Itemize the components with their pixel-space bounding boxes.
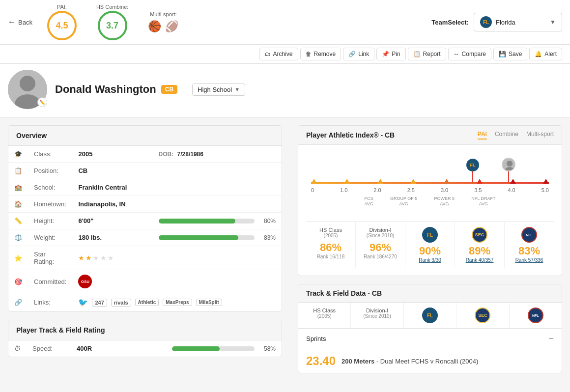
twitter-icon[interactable]: 🐦 bbox=[78, 298, 88, 307]
weight-bar-container: 83% bbox=[159, 234, 276, 241]
school-row: 🏫 School: Franklin Central bbox=[8, 179, 282, 196]
football-icon: 🏈 bbox=[165, 20, 178, 33]
school-level-dropdown[interactable]: High School ▼ bbox=[192, 84, 245, 96]
multisport-block: Multi-sport: 🏀 🏈 bbox=[148, 11, 178, 33]
multisport-label: Multi-sport: bbox=[150, 11, 176, 17]
rank3[interactable]: Rank 3/30 bbox=[419, 257, 441, 263]
alert-button[interactable]: 🔔 Alert bbox=[529, 48, 562, 60]
tf-gator-logo: FL bbox=[422, 308, 438, 323]
team-select-label: TeamSelect: bbox=[431, 19, 469, 26]
speed-pct: 58% bbox=[258, 345, 276, 352]
position-badge: CB bbox=[161, 85, 177, 94]
rank5[interactable]: Rank 57/336 bbox=[515, 257, 543, 263]
sprints-collapse-button[interactable]: − bbox=[548, 334, 554, 344]
speed-value: 400R bbox=[71, 340, 166, 357]
tf-title: Track & Field Data - CB bbox=[306, 289, 382, 297]
avg-labels: FCSAVG GROUP OF 5AVG POWER 5AVG NFL DRAF… bbox=[311, 196, 549, 207]
tf-col-sec: SEC bbox=[456, 303, 509, 328]
height-bar bbox=[159, 219, 235, 224]
class-row: 🎓 Class: 2005 DOB: 7/28/1986 bbox=[8, 146, 282, 163]
speed-bar-wrap bbox=[172, 346, 255, 351]
overview-card: Overview 🎓 Class: 2005 DOB: 7/28/1986 📋 … bbox=[8, 125, 282, 312]
position-row: 📋 Position: CB bbox=[8, 163, 282, 179]
star-1: ★ bbox=[78, 254, 85, 262]
committed-label: Committed: bbox=[28, 270, 72, 293]
pai-label: PAI: bbox=[57, 4, 67, 10]
tab-pai[interactable]: PAI bbox=[478, 131, 487, 140]
svg-point-1 bbox=[20, 76, 35, 91]
links-label: Links: bbox=[28, 293, 72, 312]
archive-icon: 🗂 bbox=[265, 51, 271, 57]
pin-button[interactable]: 📌 Pin bbox=[376, 48, 405, 60]
height-value: 6'00" bbox=[72, 213, 152, 229]
rivals-link[interactable]: rivals bbox=[111, 299, 131, 307]
basketball-icon: 🏀 bbox=[148, 20, 161, 33]
tri-1 bbox=[344, 179, 350, 184]
hometown-label: Hometown: bbox=[28, 196, 72, 213]
team-select-dropdown[interactable]: FL Florida ▼ bbox=[474, 13, 562, 31]
report-button[interactable]: 📋 Report bbox=[408, 48, 446, 60]
link-button[interactable]: 🔗 Link bbox=[343, 48, 374, 60]
axis-chart: FL 0 1.0 2.0 2.5 3.0 3.5 4.0 5.0 bbox=[311, 158, 549, 207]
height-bar-container: 80% bbox=[159, 218, 276, 224]
col-hs-class: HS Class (2005) 86% Rank 16/118 bbox=[306, 222, 356, 268]
height-bar-wrap bbox=[159, 219, 255, 224]
committed-icon: 🎯 bbox=[8, 270, 28, 293]
axis-1: 1.0 bbox=[340, 187, 347, 193]
avg-fcs: FCSAVG bbox=[364, 196, 373, 207]
class-label: Class: bbox=[28, 146, 72, 163]
archive-button[interactable]: 🗂 Archive bbox=[259, 48, 298, 60]
sprint-event: 200 Meters bbox=[342, 358, 374, 365]
pai-card: Player Athletic Index® - CB PAI Combine … bbox=[298, 125, 562, 276]
rank4[interactable]: Rank 40/357 bbox=[466, 257, 494, 263]
sprint-time: 23.40 bbox=[306, 354, 336, 368]
hometown-value: Indianapolis, IN bbox=[72, 196, 282, 213]
star-rating-label: Star Rating: bbox=[28, 246, 72, 270]
sec-logo: SEC bbox=[472, 227, 487, 243]
save-button[interactable]: 💾 Save bbox=[493, 48, 527, 60]
tf-div-label: Division-I bbox=[366, 308, 388, 313]
pai-chart-area: FL 0 1.0 2.0 2.5 3.0 3.5 4.0 5.0 bbox=[298, 145, 562, 276]
chevron-down-icon: ▼ bbox=[550, 19, 556, 26]
avatar-edit-button[interactable]: ✏️ bbox=[37, 97, 47, 107]
school-icon: 🏫 bbox=[8, 179, 28, 196]
col-division: Division-I (Since 2010) 96% Rank 186/427… bbox=[356, 222, 405, 268]
track-rating-table: ⏱ Speed: 400R 58% bbox=[8, 340, 282, 357]
axis-0: 0 bbox=[311, 187, 314, 193]
hs-combine-value: 3.7 bbox=[106, 21, 118, 31]
pin-icon: 📌 bbox=[382, 51, 389, 57]
back-button[interactable]: ← Back bbox=[8, 18, 32, 27]
tab-combine[interactable]: Combine bbox=[495, 131, 518, 140]
compare-button[interactable]: ↔ Compare bbox=[448, 48, 491, 60]
draft-logo: NFL bbox=[521, 227, 537, 243]
athletic-link[interactable]: Athletic bbox=[135, 299, 159, 306]
maxpreps-link[interactable]: MaxPreps bbox=[163, 299, 192, 306]
col-gator: FL 90% Rank 3/30 bbox=[405, 222, 455, 268]
pai-score-block: PAI: 4.5 bbox=[47, 4, 77, 40]
tri-25 bbox=[410, 179, 416, 184]
tf-hs-label: HS Class bbox=[313, 308, 336, 313]
top-bar: ← Back PAI: 4.5 HS Combine: 3.7 Multi-sp… bbox=[0, 0, 570, 45]
left-panel: Overview 🎓 Class: 2005 DOB: 7/28/1986 📋 … bbox=[0, 117, 290, 381]
tf-col-div: Division-I (Since 2010) bbox=[351, 303, 403, 328]
tf-div-sub: (Since 2010) bbox=[363, 313, 391, 319]
star-rating-value: ★ ★ ★ ★ ★ bbox=[72, 246, 282, 270]
link-label: Link bbox=[358, 51, 369, 57]
tf-col-draft: NFL bbox=[510, 303, 562, 328]
pct3: 90% bbox=[419, 245, 441, 257]
markers-row bbox=[311, 179, 549, 184]
tab-multisport[interactable]: Multi-sport bbox=[526, 131, 554, 140]
milesplit-link[interactable]: MileSplit bbox=[196, 299, 222, 306]
tf-header: Track & Field Data - CB bbox=[298, 284, 562, 303]
star-5: ★ bbox=[108, 254, 114, 262]
remove-button[interactable]: 🗑 Remove bbox=[300, 48, 342, 60]
247-link[interactable]: 247 bbox=[92, 299, 107, 307]
ohio-state-logo: OSU bbox=[78, 275, 92, 288]
player-name-area: Donald Washington CB High School ▼ bbox=[55, 83, 245, 96]
team-name: Florida bbox=[496, 19, 515, 26]
division-label: Division-I bbox=[369, 227, 391, 233]
speed-label: Speed: bbox=[27, 340, 71, 357]
rank2: Rank 186/4270 bbox=[364, 254, 397, 259]
team-logo: FL bbox=[480, 16, 492, 28]
compare-label: Compare bbox=[462, 51, 486, 57]
